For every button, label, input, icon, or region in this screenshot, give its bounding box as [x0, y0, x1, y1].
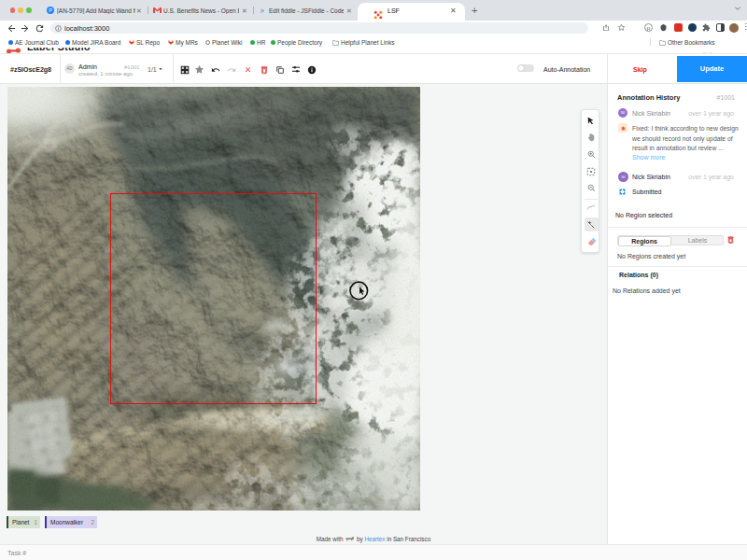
- svg-text:P: P: [49, 7, 52, 13]
- svg-text:js: js: [260, 7, 264, 13]
